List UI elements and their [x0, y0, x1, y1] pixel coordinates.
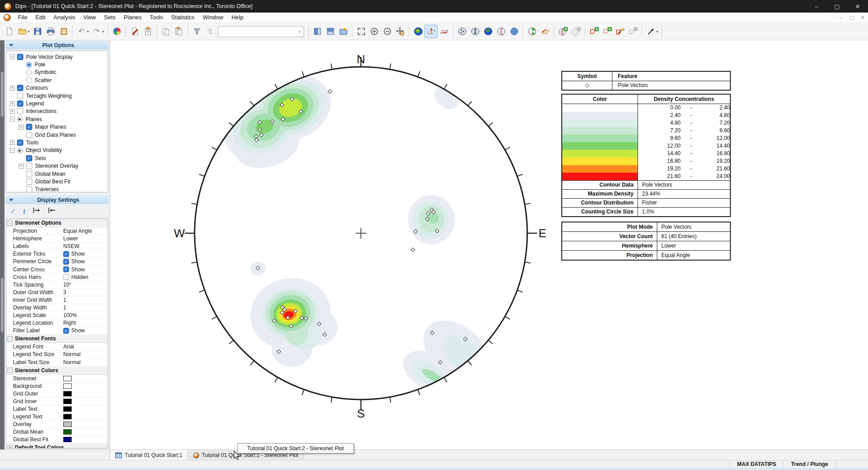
- property-row[interactable]: Background: [6, 383, 108, 390]
- property-value[interactable]: ✓Show: [63, 258, 108, 265]
- property-value[interactable]: Hidden: [63, 274, 108, 280]
- zoom-in-button[interactable]: [368, 25, 381, 38]
- property-row[interactable]: Legend Scale100%: [6, 312, 108, 319]
- filter-combobox[interactable]: ∨: [218, 26, 304, 37]
- property-row[interactable]: Legend FontArial: [6, 343, 108, 351]
- color-swatch[interactable]: [63, 429, 72, 435]
- apply-button[interactable]: ✓: [10, 207, 16, 215]
- property-row[interactable]: Cross HairsHidden: [6, 274, 108, 281]
- rotate-plane-button[interactable]: [438, 25, 451, 38]
- split-vertical-button[interactable]: [311, 25, 324, 38]
- property-value[interactable]: [63, 437, 108, 442]
- property-row[interactable]: Tick Spacing10°: [6, 281, 108, 289]
- collapsed-panel-tab[interactable]: [1, 72, 4, 117]
- tree-item-tools[interactable]: +✓Tools: [6, 139, 108, 146]
- undo-button[interactable]: ↶: [75, 25, 88, 38]
- grid-overlay-button[interactable]: [508, 25, 521, 38]
- property-row[interactable]: Stereonet: [6, 375, 108, 383]
- property-value[interactable]: 100%: [63, 312, 108, 318]
- undo-dropdown[interactable]: ▾: [87, 30, 89, 34]
- radio-icon[interactable]: [26, 77, 32, 83]
- pole-plot-button[interactable]: [425, 25, 438, 38]
- color-swatch[interactable]: [63, 414, 72, 419]
- property-row[interactable]: Overlay: [6, 421, 108, 428]
- menu-window[interactable]: Window: [199, 13, 227, 22]
- property-row[interactable]: Global Best Fit: [6, 436, 108, 444]
- property-value[interactable]: 3: [63, 289, 108, 296]
- checkbox-icon[interactable]: ✓: [17, 100, 23, 107]
- split-horizontal-button[interactable]: [324, 25, 337, 38]
- color-swatch[interactable]: [63, 399, 72, 404]
- tree-expander-icon[interactable]: +: [10, 109, 15, 114]
- property-row[interactable]: Legend Text SizeNormal: [6, 351, 108, 358]
- property-row[interactable]: Label Text SizeNormal: [6, 359, 108, 366]
- redo-dropdown[interactable]: ▾: [102, 30, 104, 34]
- collapsed-panel-strip[interactable]: [0, 40, 4, 460]
- property-row[interactable]: Perimeter Circle✓Show: [6, 258, 108, 265]
- radio-icon[interactable]: [26, 62, 32, 68]
- close-button[interactable]: ✕: [847, 0, 868, 13]
- tree-expander-icon[interactable]: −: [10, 117, 15, 122]
- open-file-button[interactable]: [16, 25, 29, 38]
- checkbox-icon[interactable]: ✓: [17, 139, 23, 146]
- contour-globe-button[interactable]: [412, 25, 425, 38]
- tree-item-symbolic[interactable]: Symbolic: [6, 69, 108, 76]
- open-file-dropdown[interactable]: ▾: [28, 30, 30, 34]
- tree-item-sets[interactable]: ✓Sets: [6, 154, 108, 162]
- edit-planes-button[interactable]: [569, 25, 582, 38]
- property-value[interactable]: Lower: [63, 235, 108, 242]
- property-row[interactable]: Global Mean: [6, 428, 108, 436]
- property-value[interactable]: [63, 391, 108, 396]
- section-expander-icon[interactable]: −: [8, 221, 13, 226]
- property-row[interactable]: Label Text: [6, 405, 108, 413]
- pan-button[interactable]: [394, 25, 407, 38]
- tree-item-pole[interactable]: Pole: [6, 61, 108, 68]
- property-value[interactable]: [63, 422, 108, 427]
- maximize-button[interactable]: ▢: [827, 0, 847, 13]
- tree-expander-icon[interactable]: +: [19, 164, 24, 169]
- menu-sets[interactable]: Sets: [100, 13, 120, 22]
- menu-analysis[interactable]: Analysis: [49, 13, 79, 22]
- checkbox-icon[interactable]: ✓: [17, 85, 23, 91]
- expand-arrow-icon[interactable]: ▶: [17, 116, 23, 122]
- checkbox-icon[interactable]: [17, 108, 23, 114]
- tree-expander-icon[interactable]: +: [10, 86, 15, 91]
- section-expander-icon[interactable]: −: [8, 336, 13, 341]
- import-settings-button[interactable]: [48, 207, 56, 215]
- tree-item-intersections[interactable]: +Intersections: [6, 108, 108, 115]
- menu-file[interactable]: File: [14, 13, 31, 22]
- major-planes-plot-button[interactable]: [495, 25, 508, 38]
- mdi-close-button[interactable]: ✕: [857, 15, 868, 21]
- property-row[interactable]: Exterior Ticks✓Show: [6, 250, 108, 258]
- tree-expander-icon[interactable]: −: [10, 148, 15, 153]
- menu-edit[interactable]: Edit: [31, 13, 49, 22]
- property-row[interactable]: HemisphereLower: [6, 235, 108, 243]
- property-value[interactable]: [63, 406, 108, 412]
- color-swatch[interactable]: [63, 376, 72, 381]
- zoom-extents-button[interactable]: [355, 25, 368, 38]
- zoom-out-button[interactable]: [381, 25, 394, 38]
- property-row[interactable]: Legend Text: [6, 413, 108, 421]
- tree-expander-icon[interactable]: +: [10, 140, 15, 145]
- tree-item-object-visibility[interactable]: −▶Object Visibility: [6, 147, 108, 154]
- new-window-button[interactable]: [337, 25, 350, 38]
- property-value[interactable]: Arial: [63, 344, 108, 350]
- color-swatch[interactable]: [63, 422, 72, 427]
- line-tool-dropdown[interactable]: ▾: [656, 30, 658, 34]
- tree-item-global-mean[interactable]: Global Mean: [6, 170, 108, 178]
- menu-help[interactable]: Help: [227, 13, 247, 22]
- color-swatch[interactable]: [63, 383, 72, 389]
- menu-planes[interactable]: Planes: [120, 13, 146, 22]
- checkbox-icon[interactable]: ✓: [63, 266, 69, 272]
- property-value[interactable]: NSEW: [63, 243, 108, 249]
- property-row[interactable]: LabelsNSEW: [6, 243, 108, 250]
- edit-set-button[interactable]: [613, 25, 626, 38]
- screen-capture-button[interactable]: [110, 25, 123, 38]
- checkbox-icon[interactable]: ✓: [63, 259, 69, 265]
- collapsed-panel-tab[interactable]: [1, 278, 4, 332]
- add-set-window-button[interactable]: [587, 25, 600, 38]
- property-row[interactable]: Center Cross✓Show: [6, 265, 108, 273]
- property-value[interactable]: [63, 383, 108, 389]
- minimize-button[interactable]: –: [806, 0, 827, 13]
- add-plane-button[interactable]: [556, 25, 569, 38]
